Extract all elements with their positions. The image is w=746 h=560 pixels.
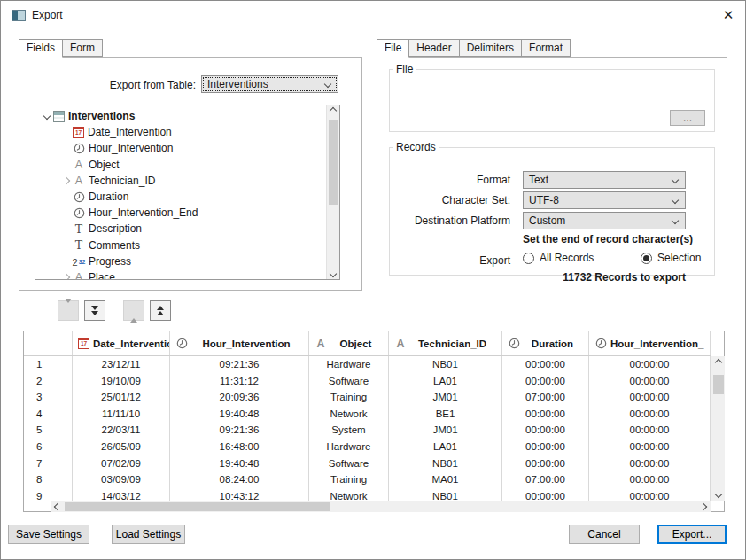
- clock-icon: [594, 338, 607, 350]
- tab-form[interactable]: Form: [63, 39, 103, 57]
- radio-icon[interactable]: [641, 253, 652, 264]
- load-settings-button[interactable]: Load Settings: [112, 525, 185, 544]
- row-number: 2: [24, 373, 73, 390]
- scroll-down-icon: [330, 270, 337, 277]
- tab-delimiters[interactable]: Delimiters: [460, 39, 522, 57]
- table-row[interactable]: 803/09/0908:24:00TrainingMA0107:00:0000:…: [24, 471, 711, 488]
- column-header-technician_id[interactable]: ATechnician_ID: [389, 331, 502, 355]
- column-header-hour_intervention[interactable]: Hour_Intervention: [170, 331, 309, 355]
- cell: Network: [309, 406, 389, 423]
- cell: NB01: [389, 356, 502, 373]
- format-select[interactable]: Text: [523, 171, 686, 189]
- export-scope-label: Export: [390, 254, 510, 267]
- alpha-field-icon: A: [73, 175, 85, 187]
- tree-scrollbar-thumb[interactable]: [329, 120, 338, 205]
- cell: 10:43:12: [170, 488, 309, 501]
- row-number: 8: [24, 471, 73, 488]
- table-row[interactable]: 123/12/1109:21:36HardwareNB0100:00:0000:…: [24, 356, 711, 373]
- table-row[interactable]: 707/02/0919:40:48SoftwareNB0100:00:0000:…: [24, 455, 711, 472]
- cancel-button[interactable]: Cancel: [569, 525, 640, 544]
- cell: 07/02/09: [73, 455, 170, 472]
- cell: 26/05/09: [73, 439, 170, 455]
- cell: NB01: [389, 455, 502, 472]
- save-settings-button[interactable]: Save Settings: [8, 525, 89, 544]
- row-number: 1: [24, 356, 73, 373]
- cell: 00:00:00: [502, 356, 589, 373]
- tree-item-date_intervention[interactable]: 17Date_Intervention: [35, 124, 339, 140]
- table-row[interactable]: 626/05/0916:48:00HardwareLA0100:00:0000:…: [24, 439, 711, 455]
- table-row[interactable]: 325/01/1220:09:36TrainingJM0107:00:0000:…: [24, 389, 711, 406]
- charset-select[interactable]: UTF-8: [523, 191, 686, 209]
- field-tree: Interventions 17Date_Intervention Hour_I…: [35, 105, 340, 280]
- radio-all-records[interactable]: All Records: [523, 252, 594, 264]
- table-row[interactable]: 411/11/1019:40:48NetworkBE100:00:0000:00…: [24, 406, 711, 423]
- cell: 00:00:00: [589, 373, 711, 390]
- double-chevron-up-button[interactable]: [150, 300, 171, 321]
- cell: 19/10/09: [73, 373, 170, 390]
- tree-scrollbar[interactable]: [326, 105, 339, 279]
- cell: Hardware: [309, 356, 389, 373]
- cell: Network: [309, 488, 389, 501]
- cell: 25/01/12: [73, 389, 170, 406]
- table-row[interactable]: 522/03/1109:21:36SystemJM0100:00:0000:00…: [24, 422, 711, 439]
- close-icon[interactable]: ✕: [717, 4, 740, 26]
- radio-selection-label: Selection: [657, 252, 701, 264]
- cell: 00:00:00: [502, 488, 589, 501]
- radio-selection[interactable]: Selection: [641, 252, 701, 264]
- platform-select[interactable]: Custom: [523, 212, 686, 229]
- radio-icon[interactable]: [523, 253, 534, 264]
- cell: Software: [309, 455, 389, 472]
- grid-hscrollbar-thumb[interactable]: [65, 502, 330, 511]
- column-header-hour_intervention_[interactable]: Hour_Intervention_: [589, 331, 711, 355]
- cell: LA01: [389, 373, 502, 390]
- cell: Training: [309, 389, 389, 406]
- table-row[interactable]: 219/10/0911:31:12SoftwareLA0100:00:0000:…: [24, 373, 711, 390]
- tree-item-hour_intervention[interactable]: Hour_Intervention: [35, 140, 339, 156]
- grid-hscrollbar[interactable]: [51, 501, 711, 512]
- tree-item-object[interactable]: AObject: [35, 157, 339, 173]
- tab-file[interactable]: File: [377, 39, 409, 58]
- row-number: 4: [24, 406, 73, 423]
- grid-vscrollbar-thumb[interactable]: [713, 375, 724, 394]
- cell: 00:00:00: [502, 455, 589, 472]
- column-header-date_intervention[interactable]: 17Date_Intervention: [73, 331, 170, 355]
- cell: System: [309, 422, 389, 439]
- tree-item-place[interactable]: APlace: [35, 269, 339, 280]
- tree-item-hour_intervention_end[interactable]: Hour_Intervention_End: [35, 205, 339, 221]
- file-groupbox: File ...: [389, 63, 715, 132]
- tree-item-description[interactable]: TDescription: [35, 221, 339, 237]
- cell: 00:00:00: [589, 389, 711, 406]
- clock-icon: [73, 142, 85, 154]
- tab-format[interactable]: Format: [522, 39, 571, 57]
- tree-item-comments[interactable]: TComments: [35, 237, 339, 253]
- column-header-duration[interactable]: Duration: [502, 331, 589, 355]
- row-number: 5: [24, 422, 73, 439]
- expander-open-icon[interactable]: [41, 113, 53, 119]
- table-row[interactable]: 914/03/1210:43:12NetworkNB0100:00:0000:0…: [24, 488, 711, 501]
- export-table-select[interactable]: Interventions: [201, 75, 338, 93]
- tab-fields[interactable]: Fields: [19, 39, 63, 58]
- tab-header[interactable]: Header: [409, 39, 459, 57]
- tree-item-technician_id[interactable]: ATechnician_ID: [35, 173, 339, 189]
- cell: 11/11/10: [73, 406, 170, 423]
- expander-closed-icon[interactable]: [60, 275, 73, 280]
- browse-button[interactable]: ...: [670, 110, 705, 126]
- tree-item-duration[interactable]: Duration: [35, 189, 339, 205]
- calendar-icon: 17: [78, 338, 89, 349]
- scroll-left-icon: [54, 502, 61, 509]
- export-button[interactable]: Export...: [657, 525, 727, 544]
- chevron-up-button: [123, 300, 144, 321]
- tree-root-interventions[interactable]: Interventions: [35, 108, 339, 124]
- scroll-right-icon: [700, 502, 707, 509]
- expander-closed-icon[interactable]: [60, 178, 73, 183]
- export-dialog: Export ✕ FieldsForm Export from Table: I…: [0, 0, 746, 560]
- tree-item-progress[interactable]: 232Progress: [35, 253, 339, 269]
- cell: 20:09:36: [170, 389, 309, 406]
- grid-vscrollbar[interactable]: [711, 356, 725, 501]
- column-header-object[interactable]: AObject: [309, 331, 389, 355]
- double-chevron-down-button[interactable]: [84, 300, 105, 321]
- clock-icon: [73, 206, 85, 219]
- alpha-field-icon: A: [315, 338, 327, 350]
- cell: 00:00:00: [589, 406, 711, 423]
- alpha-field-icon: A: [73, 271, 85, 280]
